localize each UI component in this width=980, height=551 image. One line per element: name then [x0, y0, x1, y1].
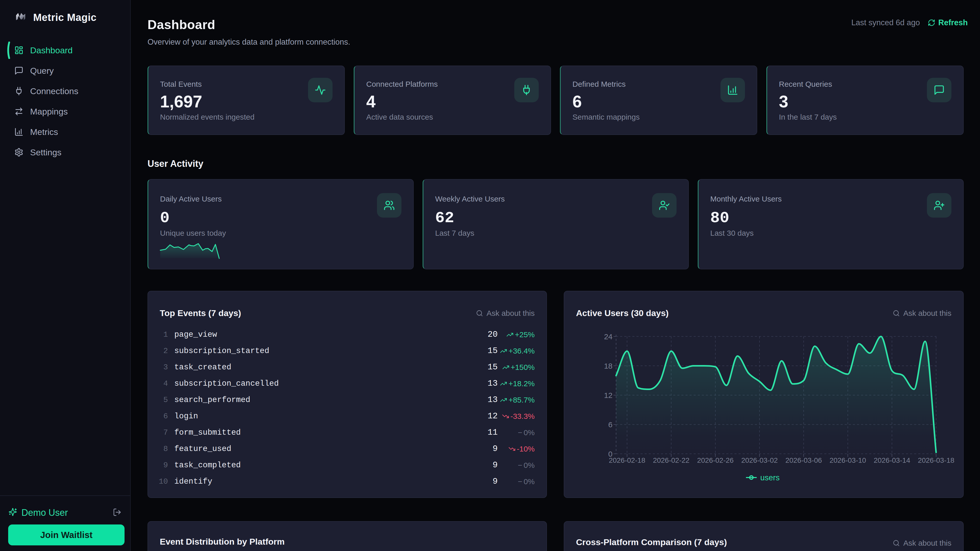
- svg-text:2026-03-18: 2026-03-18: [918, 456, 954, 464]
- svg-text:users: users: [760, 473, 780, 482]
- svg-text:2026-02-22: 2026-02-22: [653, 456, 689, 464]
- svg-text:2026-02-18: 2026-02-18: [609, 456, 645, 464]
- svg-text:2026-03-06: 2026-03-06: [785, 456, 822, 464]
- svg-text:12: 12: [604, 391, 612, 400]
- svg-text:2026-03-02: 2026-03-02: [741, 456, 778, 464]
- svg-text:2026-03-14: 2026-03-14: [873, 456, 910, 464]
- svg-text:6: 6: [608, 421, 612, 429]
- svg-text:2026-02-26: 2026-02-26: [697, 456, 733, 464]
- svg-text:18: 18: [604, 362, 612, 370]
- svg-text:2026-03-10: 2026-03-10: [829, 456, 866, 464]
- svg-text:24: 24: [604, 332, 612, 341]
